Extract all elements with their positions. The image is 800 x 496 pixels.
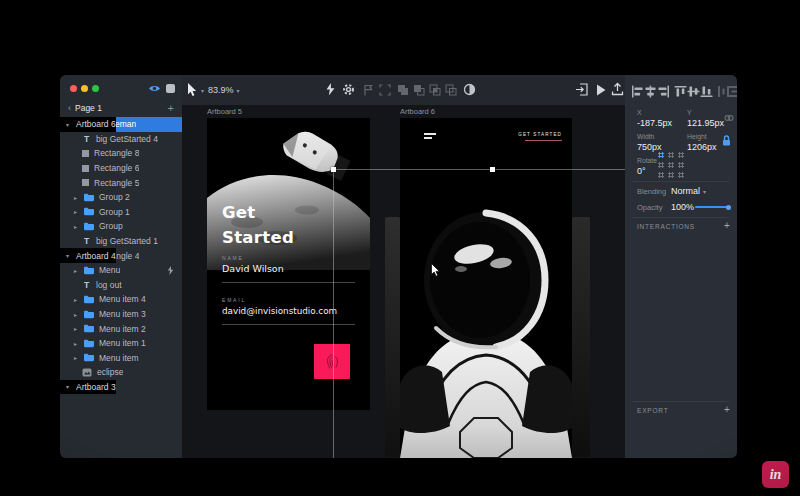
caret-down-icon[interactable]: ▾ xyxy=(66,252,76,259)
caret-right-icon[interactable]: ▸ xyxy=(74,267,84,274)
boolean-exclude-icon[interactable] xyxy=(445,84,457,96)
page-switcher[interactable]: ‹ Page 1 + xyxy=(60,100,182,116)
anchor-cell[interactable] xyxy=(668,162,674,168)
layer-row[interactable]: Tbig GetStarted 1 xyxy=(60,234,182,249)
layer-row-artboard[interactable]: ▾Artboard 6 xyxy=(60,117,116,132)
layer-row-group[interactable]: ▸Menu item 1 xyxy=(60,336,182,351)
get-started-cta[interactable]: GET STARTED xyxy=(518,132,562,137)
close-window-button[interactable] xyxy=(70,85,77,92)
align-left-icon[interactable] xyxy=(631,84,644,97)
back-chevron-icon[interactable]: ‹ xyxy=(68,103,71,113)
hamburger-menu-icon[interactable] xyxy=(424,133,436,141)
chevron-down-icon[interactable]: ▾ xyxy=(201,87,204,94)
zoom-level-control[interactable]: 83.9% ▾ xyxy=(208,85,240,95)
preview-play-icon[interactable] xyxy=(596,84,606,96)
link-icon[interactable] xyxy=(724,113,734,123)
caret-right-icon[interactable]: ▸ xyxy=(74,340,84,347)
layer-row[interactable]: eclipse xyxy=(60,365,182,380)
boolean-intersect-icon[interactable] xyxy=(429,84,441,96)
blending-select[interactable]: Normal▾ xyxy=(671,186,706,196)
anchor-cell[interactable] xyxy=(678,172,684,178)
anchor-cell[interactable] xyxy=(668,172,674,178)
layer-row[interactable]: Tlog out xyxy=(60,278,182,293)
layer-row[interactable]: Rectangle 8 xyxy=(60,146,182,161)
image-overflow-right xyxy=(572,217,590,457)
layer-row[interactable]: Rectangle 5 xyxy=(60,175,182,190)
image-overflow-left xyxy=(385,217,400,457)
rotate-value[interactable]: 0° xyxy=(637,166,646,176)
layer-row[interactable]: Tbig GetStarted 4 xyxy=(60,132,182,147)
anchor-cell[interactable] xyxy=(658,152,664,158)
align-bottom-icon[interactable] xyxy=(700,84,713,97)
opacity-slider[interactable] xyxy=(695,206,729,208)
layer-row-artboard[interactable]: ▾Artboard 3 xyxy=(60,380,116,395)
design-canvas[interactable]: Artboard 5 Artboard 6 xyxy=(182,105,625,458)
layer-row-artboard[interactable]: ▾Artboard 4 xyxy=(60,248,116,263)
anchor-cell[interactable] xyxy=(668,152,674,158)
height-value[interactable]: 1206px xyxy=(687,142,717,152)
pointer-tool-icon[interactable] xyxy=(187,83,197,97)
eye-icon[interactable] xyxy=(148,84,161,93)
lock-aspect-icon[interactable] xyxy=(721,134,732,147)
caret-right-icon[interactable]: ▸ xyxy=(74,208,84,215)
page-title: Page 1 xyxy=(75,103,102,113)
anchor-cell[interactable] xyxy=(658,172,664,178)
layer-row-group[interactable]: ▸Group xyxy=(60,219,182,234)
add-export-button[interactable]: + xyxy=(724,405,730,415)
caret-down-icon[interactable]: ▾ xyxy=(66,383,76,390)
artboard6-label[interactable]: Artboard 6 xyxy=(400,107,435,116)
caret-right-icon[interactable]: ▸ xyxy=(74,325,84,332)
name-field-value[interactable]: David Wilson xyxy=(222,263,284,274)
y-value[interactable]: 121.95px xyxy=(687,118,724,128)
layer-row-group[interactable]: ▸Menu item 2 xyxy=(60,321,182,336)
fingerprint-button[interactable] xyxy=(314,344,350,379)
layer-row-group[interactable]: ▸Menu item 4 xyxy=(60,292,182,307)
settings-gear-icon[interactable] xyxy=(342,83,355,96)
insert-icon[interactable] xyxy=(575,83,588,96)
caret-right-icon[interactable]: ▸ xyxy=(74,194,84,201)
layer-row[interactable]: Rectangle 6 xyxy=(60,161,182,176)
align-middle-v-icon[interactable] xyxy=(687,84,700,97)
anchor-cell[interactable] xyxy=(678,152,684,158)
anchor-cell[interactable] xyxy=(658,162,664,168)
add-page-button[interactable]: + xyxy=(168,103,174,114)
layer-row-group[interactable]: ▸Menu item 3 xyxy=(60,307,182,322)
width-value[interactable]: 750px xyxy=(637,142,662,152)
selection-handle-top-center[interactable] xyxy=(490,167,495,172)
divider xyxy=(633,181,729,182)
zoom-window-button[interactable] xyxy=(92,85,99,92)
boolean-subtract-icon[interactable] xyxy=(413,84,425,96)
email-field-value[interactable]: david@invisionstudio.com xyxy=(222,306,337,316)
caret-right-icon[interactable]: ▸ xyxy=(74,296,84,303)
crop-icon[interactable] xyxy=(379,84,391,96)
layer-row-group[interactable]: ▸Group 2 xyxy=(60,190,182,205)
align-center-h-icon[interactable] xyxy=(644,84,657,97)
anchor-point-grid[interactable] xyxy=(658,152,684,178)
align-top-icon[interactable] xyxy=(674,84,687,97)
x-value[interactable]: -187.5px xyxy=(637,118,672,128)
layer-row-group[interactable]: ▸Menu xyxy=(60,263,182,278)
minimize-window-button[interactable] xyxy=(81,85,88,92)
align-right-icon[interactable] xyxy=(657,84,670,97)
distribute-v-icon[interactable] xyxy=(728,84,737,97)
opacity-value[interactable]: 100% xyxy=(671,202,694,212)
caret-right-icon[interactable]: ▸ xyxy=(74,354,84,361)
publish-upload-icon[interactable] xyxy=(611,82,624,96)
components-icon[interactable] xyxy=(166,84,175,93)
selection-handle-top-left[interactable] xyxy=(331,167,336,172)
artboard-5[interactable]: Get Started NAME David Wilson EMAIL davi… xyxy=(207,118,370,410)
caret-down-icon[interactable]: ▾ xyxy=(66,121,76,128)
mask-icon[interactable] xyxy=(463,83,476,96)
layer-row-group[interactable]: ▸Menu item xyxy=(60,351,182,366)
flash-icon[interactable] xyxy=(325,83,336,96)
boolean-union-icon[interactable] xyxy=(397,84,409,96)
anchor-cell[interactable] xyxy=(678,162,684,168)
opacity-slider-knob[interactable] xyxy=(726,205,731,210)
layer-row-group[interactable]: ▸Group 1 xyxy=(60,205,182,220)
caret-right-icon[interactable]: ▸ xyxy=(74,311,84,318)
caret-right-icon[interactable]: ▸ xyxy=(74,223,84,230)
flag-icon[interactable] xyxy=(363,84,374,96)
mouse-cursor xyxy=(431,263,440,277)
artboard5-label[interactable]: Artboard 5 xyxy=(207,107,242,116)
add-interaction-button[interactable]: + xyxy=(724,221,730,231)
